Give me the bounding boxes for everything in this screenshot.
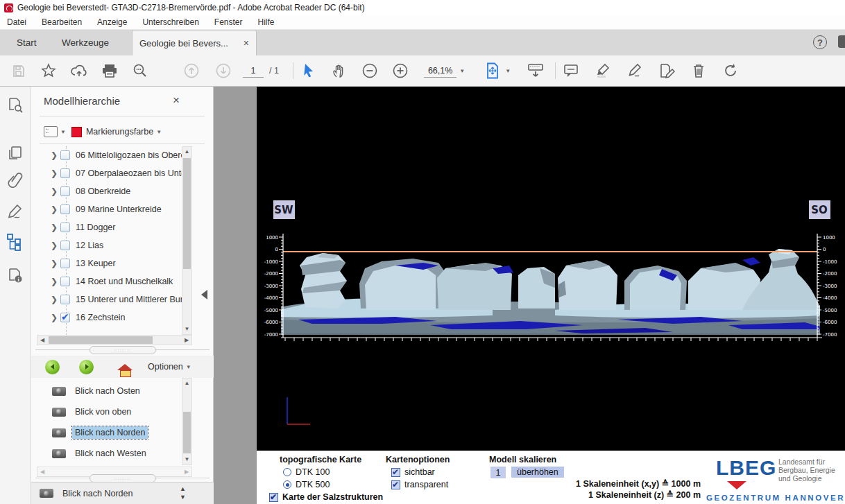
tree-item[interactable]: ❯13 Keuper bbox=[31, 254, 182, 272]
marking-color-caret-icon[interactable]: ▼ bbox=[156, 129, 162, 135]
layer-checkbox[interactable] bbox=[60, 150, 70, 160]
menu-fenster[interactable]: Fenster bbox=[214, 17, 243, 27]
marking-color-swatch[interactable] bbox=[71, 127, 82, 137]
layer-checkbox[interactable] bbox=[60, 223, 70, 232]
transparent-checkbox[interactable] bbox=[391, 480, 400, 489]
scroll-up-icon[interactable]: ▲ bbox=[182, 379, 191, 388]
select-tool-icon[interactable] bbox=[299, 61, 318, 80]
next-view-button[interactable] bbox=[79, 360, 94, 374]
chevron-right-icon[interactable]: ❯ bbox=[51, 277, 60, 286]
view-spinner[interactable]: ▲▼ bbox=[180, 485, 186, 501]
previous-view-button[interactable] bbox=[45, 360, 60, 374]
chevron-right-icon[interactable]: ❯ bbox=[51, 150, 60, 160]
document-properties-icon[interactable]: i bbox=[6, 266, 25, 285]
menu-datei[interactable]: Datei bbox=[7, 17, 26, 27]
menu-unterschreiben[interactable]: Unterschreiben bbox=[142, 17, 198, 27]
dtk500-radio-row[interactable]: DTK 500 bbox=[283, 480, 330, 489]
views-vertical-scrollbar[interactable]: ▲ ▼ bbox=[182, 378, 192, 465]
tree-item[interactable]: ❯09 Marine Unterkreide bbox=[31, 200, 182, 218]
tree-horizontal-scrollbar[interactable]: ◀ ▶ bbox=[37, 335, 192, 345]
zoom-out-icon[interactable] bbox=[360, 61, 379, 80]
zoom-in-icon[interactable] bbox=[391, 61, 410, 80]
tree-item[interactable]: ❯06 Mitteloligozaen bis Obere bbox=[31, 146, 182, 164]
menu-anzeige[interactable]: Anzeige bbox=[97, 17, 127, 27]
share-upload-icon[interactable] bbox=[69, 61, 89, 80]
tree-item[interactable]: ❯16 Zechstein bbox=[31, 309, 182, 327]
rotate-icon[interactable] bbox=[721, 61, 740, 80]
views-options-caret-icon[interactable]: ▼ bbox=[186, 364, 191, 370]
tab-close-icon[interactable]: × bbox=[244, 37, 249, 49]
scroll-down-icon[interactable]: ▼ bbox=[182, 324, 191, 334]
tree-item[interactable]: ❯14 Roet und Muschelkalk bbox=[31, 272, 182, 290]
chevron-right-icon[interactable]: ❯ bbox=[51, 313, 60, 322]
tab-start[interactable]: Start bbox=[7, 30, 46, 55]
views-options-label[interactable]: Optionen bbox=[148, 362, 183, 372]
scroll-right-icon[interactable]: ▶ bbox=[182, 336, 191, 345]
salt-structures-checkbox[interactable] bbox=[269, 493, 278, 502]
scroll-up-icon[interactable]: ▲ bbox=[182, 147, 191, 157]
transparent-checkbox-row[interactable]: transparent bbox=[391, 480, 448, 489]
fit-page-icon[interactable] bbox=[483, 61, 502, 80]
salt-structures-checkbox-row[interactable]: Karte der Salzstrukturen bbox=[269, 492, 383, 502]
model-tree-icon[interactable] bbox=[6, 232, 25, 252]
request-signatures-icon[interactable] bbox=[657, 61, 676, 80]
menu-hilfe[interactable]: Hilfe bbox=[258, 17, 275, 27]
dtk500-radio[interactable] bbox=[283, 480, 291, 489]
menu-bearbeiten[interactable]: Bearbeiten bbox=[42, 17, 82, 27]
panel-collapse-icon[interactable] bbox=[201, 290, 207, 299]
view-item-blick-von-oben[interactable]: Blick von oben bbox=[31, 401, 182, 422]
save-icon[interactable] bbox=[8, 61, 28, 80]
view-item-blick-nach-osten[interactable]: Blick nach Osten bbox=[31, 381, 182, 401]
signatures-icon[interactable] bbox=[6, 202, 25, 221]
dtk100-radio[interactable] bbox=[283, 468, 291, 476]
layer-checkbox[interactable] bbox=[60, 295, 70, 304]
view-item-blick-nach-norden[interactable]: Blick nach Norden bbox=[31, 422, 182, 443]
page-number-input[interactable] bbox=[243, 64, 264, 78]
chevron-right-icon[interactable]: ❯ bbox=[51, 295, 60, 304]
tree-item[interactable]: ❯07 Oberpalaeozaen bis Unter bbox=[31, 164, 182, 182]
layer-checkbox[interactable] bbox=[60, 241, 70, 250]
comment-icon[interactable] bbox=[561, 61, 581, 80]
zoom-dropdown-caret-icon[interactable]: ▼ bbox=[459, 68, 465, 74]
dtk100-radio-row[interactable]: DTK 100 bbox=[283, 467, 330, 477]
fill-sign-icon[interactable] bbox=[625, 61, 645, 80]
chevron-right-icon[interactable]: ❯ bbox=[51, 205, 60, 214]
scale-value-input[interactable] bbox=[490, 467, 506, 478]
scroll-down-icon[interactable]: ▼ bbox=[182, 455, 191, 464]
model-tree-options-icon[interactable] bbox=[44, 126, 58, 137]
tab-document[interactable]: Geologie bei Bevers... × bbox=[132, 30, 257, 55]
visible-checkbox[interactable] bbox=[391, 468, 400, 477]
chevron-right-icon[interactable]: ❯ bbox=[51, 168, 60, 178]
tree-item[interactable]: ❯11 Dogger bbox=[31, 218, 182, 236]
hand-tool-icon[interactable] bbox=[330, 61, 349, 80]
layer-checkbox[interactable] bbox=[60, 186, 70, 196]
export-pdf-icon[interactable] bbox=[6, 95, 25, 114]
print-icon[interactable] bbox=[100, 61, 119, 80]
layer-checkbox[interactable] bbox=[60, 205, 70, 214]
highlight-icon[interactable] bbox=[593, 61, 613, 80]
layer-checkbox[interactable] bbox=[60, 259, 70, 268]
reading-mode-icon[interactable] bbox=[526, 61, 545, 80]
panel-splitter[interactable]: ::::::::: bbox=[31, 345, 214, 354]
chevron-right-icon[interactable]: ❯ bbox=[51, 241, 60, 250]
scroll-left-icon[interactable]: ◀ bbox=[37, 336, 47, 345]
chevron-right-icon[interactable]: ❯ bbox=[51, 186, 60, 196]
tree-vertical-scrollbar[interactable]: ▲ ▼ bbox=[182, 146, 192, 335]
exaggerate-button[interactable]: überhöhen bbox=[511, 467, 564, 478]
previous-page-icon[interactable] bbox=[182, 61, 201, 80]
view-item-blick-nach-westen[interactable]: Blick nach Westen bbox=[31, 443, 182, 464]
attachments-icon[interactable] bbox=[6, 171, 25, 191]
visible-checkbox-row[interactable]: sichtbar bbox=[391, 467, 435, 477]
fit-dropdown-caret-icon[interactable]: ▼ bbox=[505, 68, 511, 74]
3d-viewport[interactable]: SW SO 1000 0 -1000 -2000 -3000 -4000 bbox=[257, 87, 845, 451]
panel-close-icon[interactable]: × bbox=[173, 94, 180, 107]
tree-item[interactable]: ❯15 Unterer und Mittlerer Bur bbox=[31, 290, 182, 309]
tree-item[interactable]: ❯12 Lias bbox=[31, 236, 182, 254]
search-icon[interactable] bbox=[130, 61, 150, 80]
layer-checkbox[interactable] bbox=[60, 168, 70, 178]
tab-werkzeuge[interactable]: Werkzeuge bbox=[52, 30, 119, 55]
tree-item[interactable]: ❯08 Oberkreide bbox=[31, 182, 182, 200]
partial-edge-icon[interactable] bbox=[838, 35, 845, 48]
chevron-right-icon[interactable]: ❯ bbox=[51, 223, 60, 232]
next-page-icon[interactable] bbox=[214, 61, 233, 80]
